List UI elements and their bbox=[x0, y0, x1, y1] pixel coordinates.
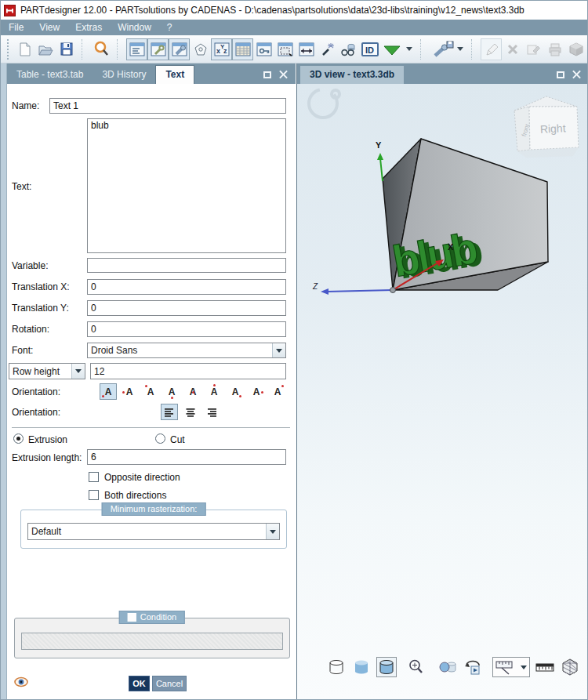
row-height-input[interactable] bbox=[90, 363, 286, 379]
svg-text:ID: ID bbox=[365, 45, 374, 54]
shaded-edges-mode-icon[interactable] bbox=[376, 657, 397, 677]
tab-table[interactable]: Table - text3.tab bbox=[7, 66, 93, 84]
extrusion-radio-label: Extrusion bbox=[28, 434, 67, 445]
wireframe-mode-icon[interactable] bbox=[326, 657, 347, 677]
tab-3d-view[interactable]: 3D view - text3.3db bbox=[300, 66, 404, 84]
save-part-dropdown-icon[interactable] bbox=[457, 47, 463, 51]
align-left-button[interactable] bbox=[161, 404, 178, 420]
preview-eye-button[interactable] bbox=[14, 676, 28, 690]
save-icon[interactable] bbox=[56, 38, 77, 60]
update-part-dropdown-icon[interactable] bbox=[406, 47, 412, 51]
tab-text[interactable]: Text bbox=[155, 65, 194, 84]
eye-icon bbox=[14, 676, 28, 687]
delete-icon bbox=[502, 38, 523, 60]
cancel-button[interactable]: Cancel bbox=[152, 676, 187, 691]
preview-with-part-icon[interactable] bbox=[338, 38, 359, 60]
minimum-rasterization-select[interactable]: Default bbox=[27, 523, 280, 540]
open-folder-icon[interactable] bbox=[34, 38, 56, 60]
menu-window[interactable]: Window bbox=[110, 20, 159, 35]
chevron-down-icon[interactable] bbox=[521, 666, 527, 669]
ok-button[interactable]: OK bbox=[129, 676, 150, 691]
menu-file[interactable]: File bbox=[1, 20, 31, 35]
row-height-mode-select[interactable]: Row height bbox=[9, 363, 85, 379]
selection-window-icon[interactable] bbox=[274, 38, 296, 60]
anchor-top-center-button[interactable]: A bbox=[205, 383, 223, 400]
mesh-view-icon[interactable] bbox=[560, 657, 580, 677]
transparency-icon[interactable] bbox=[437, 657, 458, 677]
menu-extras[interactable]: Extras bbox=[67, 20, 110, 35]
close-icon[interactable] bbox=[572, 71, 581, 79]
name-input[interactable] bbox=[49, 98, 286, 114]
anchor-left-button[interactable]: A bbox=[121, 383, 138, 400]
update-part-icon[interactable] bbox=[380, 38, 405, 60]
measure-tool-select[interactable] bbox=[492, 657, 530, 677]
extrusion-length-input[interactable] bbox=[87, 449, 286, 465]
window-title: PARTdesigner 12.00 - PARTsolutions by CA… bbox=[20, 5, 524, 16]
variable-input[interactable] bbox=[87, 258, 286, 273]
svg-text:z: z bbox=[223, 47, 227, 55]
menu-help[interactable]: ? bbox=[159, 20, 180, 35]
anchor-dot bbox=[281, 385, 284, 387]
extrusion-radio[interactable] bbox=[13, 433, 24, 444]
chevron-down-icon[interactable] bbox=[71, 364, 85, 379]
opposite-direction-checkbox[interactable] bbox=[89, 472, 99, 482]
both-directions-checkbox[interactable] bbox=[89, 490, 99, 500]
anchor-bottom-left-button[interactable]: A bbox=[100, 383, 117, 400]
translation-x-input[interactable] bbox=[87, 279, 286, 295]
measure-icon bbox=[495, 659, 516, 675]
table-view-icon[interactable] bbox=[232, 38, 253, 60]
partdesigner-window: PARTdesigner 12.00 - PARTsolutions by CA… bbox=[0, 0, 588, 700]
close-icon[interactable] bbox=[279, 71, 288, 79]
opposite-direction-label: Opposite direction bbox=[104, 472, 180, 483]
anchor-bottom-right-button[interactable]: A bbox=[227, 383, 244, 400]
part-view-icon[interactable] bbox=[169, 38, 190, 60]
anchor-dot bbox=[213, 384, 216, 386]
part-window-icon[interactable] bbox=[126, 38, 147, 60]
dimension-window-icon[interactable] bbox=[296, 38, 317, 60]
orientation-align-label: Orientation: bbox=[12, 407, 60, 418]
font-select[interactable]: Droid Sans bbox=[87, 343, 286, 358]
designation-window-icon[interactable] bbox=[253, 38, 274, 60]
save-part-icon[interactable] bbox=[430, 38, 456, 60]
translation-y-input[interactable] bbox=[87, 300, 286, 316]
orientation-anchor-label: Orientation: bbox=[12, 386, 60, 397]
rotation-label: Rotation: bbox=[12, 324, 49, 335]
coordinate-system-icon[interactable]: xYz bbox=[211, 38, 232, 60]
font-label: Font: bbox=[12, 345, 33, 356]
anchor-top-left-button[interactable]: A bbox=[142, 383, 159, 400]
y-axis-label: Y bbox=[376, 140, 382, 150]
maximize-icon[interactable] bbox=[557, 71, 564, 78]
variable-manager-icon[interactable] bbox=[147, 38, 169, 60]
left-edge-strip bbox=[1, 63, 7, 700]
condition-checkbox[interactable] bbox=[128, 613, 136, 622]
zoom-fit-icon[interactable] bbox=[406, 657, 426, 677]
cut-radio[interactable] bbox=[155, 433, 165, 444]
id-icon[interactable]: ID bbox=[359, 38, 380, 60]
align-center-button[interactable] bbox=[182, 404, 199, 420]
wizard-icon[interactable] bbox=[317, 38, 338, 60]
menu-view[interactable]: View bbox=[31, 20, 67, 35]
3d-viewport[interactable]: Right front blub blub Y Z bbox=[296, 84, 588, 700]
anchor-top-right-button[interactable]: A bbox=[269, 383, 286, 400]
sketch-icon[interactable] bbox=[190, 38, 211, 60]
chevron-down-icon[interactable] bbox=[272, 343, 285, 357]
text-input[interactable]: blub bbox=[87, 118, 286, 253]
tab-3d-history[interactable]: 3D History bbox=[93, 66, 155, 84]
anchor-right-button[interactable]: A bbox=[248, 383, 265, 400]
rotation-input[interactable] bbox=[87, 321, 286, 337]
anchor-bottom-center-button[interactable]: A bbox=[163, 383, 180, 400]
shaded-mode-icon[interactable] bbox=[351, 657, 372, 677]
chevron-down-icon[interactable] bbox=[266, 524, 279, 539]
anchor-center-button[interactable]: A bbox=[184, 383, 201, 400]
rotate-animation-icon[interactable] bbox=[463, 657, 483, 677]
minimum-rasterization-legend: Minimum rasterization: bbox=[102, 502, 206, 516]
ruler-icon[interactable] bbox=[535, 657, 555, 677]
maximize-icon[interactable] bbox=[263, 71, 271, 78]
right-tab-bar: 3D view - text3.3db bbox=[296, 63, 588, 84]
align-right-button[interactable] bbox=[203, 404, 220, 420]
zoom-icon[interactable] bbox=[91, 38, 112, 60]
new-document-icon[interactable] bbox=[13, 38, 34, 60]
toolbar-drag-handle[interactable] bbox=[7, 39, 9, 60]
font-value: Droid Sans bbox=[91, 345, 137, 356]
anchor-dot bbox=[122, 391, 125, 394]
